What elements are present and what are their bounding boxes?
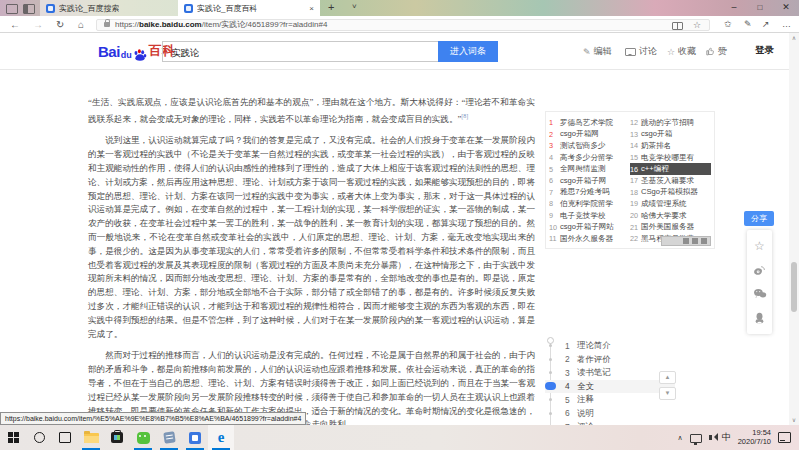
window-minimize-button[interactable]: –: [722, 0, 746, 16]
toc-scroll-down-button[interactable]: ▼: [659, 387, 676, 400]
hot-item[interactable]: 3测试智商多少: [549, 140, 630, 152]
hot-item[interactable]: 4高考多少分留学: [549, 152, 630, 164]
tab-baike-article[interactable]: 实践论_百度百科 ×: [178, 0, 320, 16]
hot-search-col-2: 12跳动的字节招聘 13csgo开箱 14奶茶排名 15电竞学校哪里有 16c+…: [630, 117, 711, 243]
blue-app-icon: [189, 432, 201, 444]
hot-item[interactable]: 13csgo开箱: [630, 129, 711, 141]
taskbar-file-explorer[interactable]: [78, 425, 104, 450]
toc-dot: [549, 412, 552, 415]
taskbar-edge[interactable]: e: [208, 425, 234, 450]
qq-icon[interactable]: [754, 312, 765, 324]
hot-item[interactable]: 15电竞学校哪里有: [630, 152, 711, 164]
status-url-text: https://baike.baidu.com/item/%E5%AE%9E%E…: [5, 415, 301, 422]
login-link[interactable]: 登录: [755, 44, 774, 57]
hot-item[interactable]: 2csgo开箱网: [549, 129, 630, 141]
hot-item[interactable]: 17圣基茨入籍要求: [630, 175, 711, 187]
taskbar: e ∧ 中 19:54 2020/7/10: [0, 425, 799, 450]
paragraph-1: 说到这里，认识运动就算完成了吗？我们的答复是完成了，又没有完成。社会的人们投身于…: [88, 134, 535, 341]
back-button[interactable]: ←: [10, 17, 20, 32]
address-bar[interactable]: https://baike.baidu.com/item/实践论/4651899…: [96, 19, 710, 31]
browser-navbar: ← → ↻ ⌂ https://baike.baidu.com/item/实践论…: [0, 16, 799, 33]
weibo-icon[interactable]: [753, 265, 766, 276]
taskbar-notes-app[interactable]: [156, 425, 182, 450]
toc-scroll-up-button[interactable]: ▲: [659, 371, 676, 384]
baike-header: Bai du 百科 进入词条 ✎ 编辑 讨: [0, 33, 789, 70]
hot-item[interactable]: 8伯克利学院留学: [549, 198, 630, 210]
like-label: 赞: [718, 45, 727, 58]
hot-item[interactable]: 12跳动的字节招聘: [630, 117, 711, 129]
task-view-button[interactable]: [52, 425, 78, 450]
hot-item[interactable]: 9电子竞技学校: [549, 210, 630, 222]
settings-more-icon[interactable]: …: [782, 17, 792, 32]
share-rail: ☆: [747, 230, 772, 334]
taskbar-wechat[interactable]: [130, 425, 156, 450]
home-button[interactable]: ⌂: [78, 17, 84, 32]
ime-indicator[interactable]: 中: [722, 431, 731, 444]
favorite-action[interactable]: ☆ 收藏: [667, 45, 696, 58]
hot-item-selected[interactable]: 16c++编程: [630, 163, 711, 175]
favorites-hub-icon[interactable]: ✩: [724, 17, 732, 32]
enter-entry-button[interactable]: 进入词条: [438, 41, 498, 62]
taskbar-blue-app[interactable]: [182, 425, 208, 450]
toc-dot: [549, 371, 552, 374]
citation-ref[interactable]: [8]: [461, 113, 468, 119]
volume-icon[interactable]: [709, 435, 712, 440]
hot-item[interactable]: 11国外永久服务器: [549, 233, 630, 245]
forward-button[interactable]: →: [33, 17, 43, 32]
web-note-pen-icon[interactable]: ✎: [744, 17, 752, 32]
browser-viewport: Bai du 百科 进入词条 ✎ 编辑 讨: [0, 33, 799, 425]
baike-favicon: [184, 4, 193, 13]
discuss-bubble-icon: [625, 48, 636, 56]
action-center-icon[interactable]: [778, 432, 791, 443]
wechat-icon[interactable]: [753, 288, 767, 299]
hot-search-list: 1罗德岛艺术学院 2csgo开箱网 3测试智商多少 4高考多少分留学 5全网舆情…: [545, 111, 715, 249]
toc-item-intro[interactable]: 1理论简介: [545, 339, 685, 353]
cortana-search-button[interactable]: [26, 425, 52, 450]
reading-view-icon[interactable]: [672, 22, 683, 30]
start-button[interactable]: [0, 425, 26, 450]
tab-preview-chevron-icon[interactable]: ˅: [352, 2, 357, 11]
tab-label: 实践论_百度百科: [197, 3, 257, 14]
add-favorite-star-icon[interactable]: ☆: [693, 20, 701, 30]
new-tab-button[interactable]: +: [328, 1, 334, 13]
discuss-action[interactable]: 讨论: [625, 45, 657, 58]
hot-item[interactable]: 7雅思7分难考吗: [549, 187, 630, 199]
hot-item[interactable]: 1罗德岛艺术学院: [549, 117, 630, 129]
toc-dot: [549, 398, 552, 401]
collect-star-icon[interactable]: ☆: [754, 240, 765, 252]
refresh-button[interactable]: ↻: [56, 17, 64, 32]
hot-item[interactable]: 18CSgo开箱模拟器: [630, 187, 711, 199]
like-action[interactable]: 赞: [706, 45, 727, 58]
hot-item[interactable]: 20哈佛大学要求: [630, 210, 711, 222]
favorite-star-icon: ☆: [667, 47, 675, 57]
window-close-button[interactable]: ✕: [774, 0, 798, 16]
taskbar-clock[interactable]: 19:54 2020/7/10: [738, 429, 771, 446]
scrollbar-down-arrow[interactable]: ∨: [789, 415, 799, 425]
share-icon[interactable]: ↗: [762, 17, 770, 32]
scrollbar-thumb[interactable]: [791, 262, 797, 312]
ad-feedback-widget[interactable]: [661, 236, 711, 246]
network-icon[interactable]: [690, 434, 702, 443]
edit-action[interactable]: ✎ 编辑: [583, 45, 612, 58]
hot-item[interactable]: 19成绩管理系统: [630, 198, 711, 210]
hot-item[interactable]: 14奶茶排名: [630, 140, 711, 152]
tab-close-icon[interactable]: ×: [309, 4, 314, 13]
search-input[interactable]: [163, 44, 446, 63]
toc-item-fulltext-active[interactable]: 4全文: [545, 380, 675, 394]
taskbar-microsoft-store[interactable]: [104, 425, 130, 450]
set-tabs-aside-icon[interactable]: [6, 4, 18, 14]
tab-preview-icon[interactable]: [23, 4, 35, 14]
window-maximize-button[interactable]: □: [748, 0, 772, 16]
toc-item-review[interactable]: 2著作评价: [545, 353, 685, 367]
hot-item[interactable]: 21国外美国服务器: [630, 221, 711, 233]
search-box[interactable]: [162, 41, 438, 62]
hot-item[interactable]: 10csgo开箱子网站: [549, 221, 630, 233]
hot-item[interactable]: 6csgo开箱子网: [549, 175, 630, 187]
toc-item-explanation[interactable]: 6说明: [545, 407, 685, 421]
url-text: https://baike.baidu.com/item/实践论/4651899…: [115, 19, 327, 30]
hot-item[interactable]: 5全网舆情监测: [549, 163, 630, 175]
scrollbar-up-arrow[interactable]: ∧: [789, 33, 799, 43]
page-scrollbar[interactable]: ∧ ∨: [789, 33, 799, 425]
tray-expand-icon[interactable]: ∧: [678, 434, 683, 442]
tab-baidu-search[interactable]: 实践论_百度搜索: [40, 0, 178, 16]
